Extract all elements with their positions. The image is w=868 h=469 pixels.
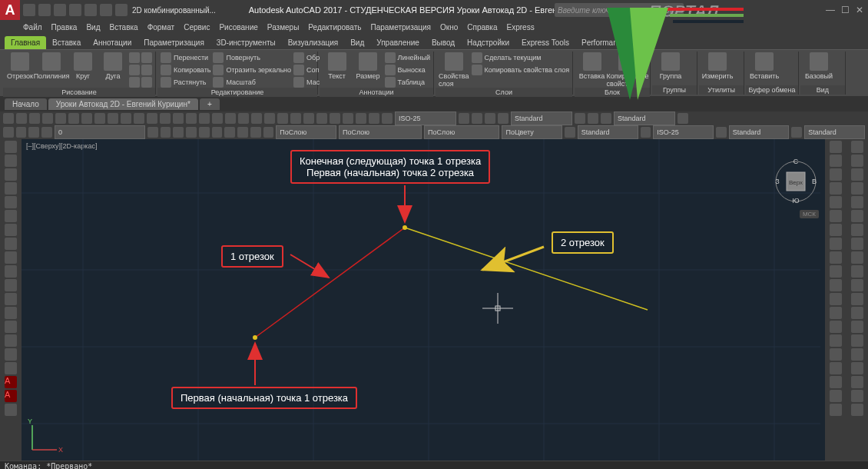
match-layer-button[interactable]: Копировать свойства слоя xyxy=(472,65,570,75)
tab-view[interactable]: Вид xyxy=(344,36,370,49)
insert-button[interactable]: Вставка xyxy=(578,52,606,80)
tool-icon[interactable] xyxy=(830,293,842,305)
tool-icon[interactable] xyxy=(290,113,301,124)
tool-icon[interactable] xyxy=(851,390,863,402)
tool-icon[interactable] xyxy=(16,127,27,138)
tab-manage[interactable]: Управление xyxy=(370,36,426,49)
tool-icon[interactable] xyxy=(851,155,863,167)
tool-icon[interactable] xyxy=(851,334,863,347)
qat-save-icon[interactable] xyxy=(54,4,66,16)
mini-icon[interactable] xyxy=(129,52,140,63)
tool-icon[interactable] xyxy=(830,390,842,402)
workspace-label[interactable]: 2D комбинированный... xyxy=(132,6,216,15)
tab-param[interactable]: Параметризация xyxy=(137,36,210,49)
mini-icon[interactable] xyxy=(129,77,140,88)
tool-icon[interactable] xyxy=(94,113,105,124)
tool-icon[interactable] xyxy=(5,321,17,333)
tool-icon[interactable] xyxy=(316,113,327,124)
layer-dropdown[interactable]: 0 xyxy=(55,125,145,139)
tool-icon[interactable] xyxy=(830,321,842,333)
lineweight-dropdown[interactable]: ПоСлою xyxy=(424,125,499,139)
tool-icon[interactable] xyxy=(575,113,585,124)
tool-icon[interactable] xyxy=(343,113,353,124)
tool-icon[interactable] xyxy=(851,182,863,195)
tool-icon[interactable] xyxy=(108,113,118,124)
tool-icon[interactable] xyxy=(28,127,39,138)
tool-icon[interactable] xyxy=(851,168,863,181)
tool-icon[interactable] xyxy=(5,404,17,416)
tool-icon[interactable] xyxy=(160,113,171,124)
tool-icon[interactable] xyxy=(830,348,842,361)
tool-icon[interactable] xyxy=(830,168,842,181)
tool-icon[interactable] xyxy=(830,334,842,347)
menu-edit[interactable]: Правка xyxy=(51,23,78,32)
tool-icon[interactable] xyxy=(851,307,863,319)
coord-sys-label[interactable]: МСК xyxy=(800,210,819,218)
tool-icon[interactable] xyxy=(238,113,249,124)
qat-open-icon[interactable] xyxy=(38,4,51,16)
tool-icon[interactable] xyxy=(5,251,17,264)
tool-icon[interactable] xyxy=(641,127,651,138)
circle-button[interactable]: Круг xyxy=(69,52,97,80)
menu-format[interactable]: Формат xyxy=(147,23,175,32)
tool-icon[interactable] xyxy=(851,293,863,305)
tab-insert[interactable]: Вставка xyxy=(46,36,87,49)
menu-view[interactable]: Вид xyxy=(86,23,100,32)
app-logo[interactable]: A xyxy=(0,0,20,20)
tool-icon[interactable] xyxy=(851,141,863,153)
tool-icon[interactable] xyxy=(565,127,575,138)
tool-icon[interactable] xyxy=(851,238,863,250)
style-dropdown-6[interactable]: Standard xyxy=(804,125,865,139)
search-input[interactable]: Введите ключевое слово/фразу xyxy=(555,3,684,17)
tool-icon[interactable] xyxy=(830,307,842,319)
tool-icon[interactable] xyxy=(830,196,842,208)
tab-3d[interactable]: 3D-инструменты xyxy=(210,36,282,49)
matchprop-button[interactable]: Копирование свойств xyxy=(608,52,647,88)
group-button[interactable]: Группа xyxy=(655,52,686,80)
tool-icon[interactable] xyxy=(147,127,158,138)
mirror-button[interactable]: Отразить зеркально xyxy=(213,65,291,75)
tool-icon[interactable] xyxy=(716,127,727,138)
menu-help[interactable]: Справка xyxy=(467,23,497,32)
base-view-button[interactable]: Базовый xyxy=(803,52,834,80)
qat-saveas-icon[interactable] xyxy=(69,4,81,16)
tool-icon[interactable] xyxy=(264,113,275,124)
menu-express[interactable]: Express xyxy=(507,23,535,32)
tool-icon[interactable] xyxy=(485,113,495,124)
dim-button[interactable]: Размер xyxy=(353,52,382,80)
tool-icon[interactable] xyxy=(830,155,842,167)
tool-icon[interactable] xyxy=(830,238,842,250)
polyline-button[interactable]: Полилиния xyxy=(36,52,67,80)
tab-addins[interactable]: Надстройки xyxy=(461,36,515,49)
style-dropdown-3[interactable]: Standard xyxy=(578,125,638,139)
tool-icon[interactable] xyxy=(5,238,17,250)
maximize-button[interactable]: ☐ xyxy=(841,5,850,15)
tool-icon[interactable] xyxy=(330,113,340,124)
tool-icon[interactable] xyxy=(68,113,79,124)
close-button[interactable]: ✕ xyxy=(856,5,863,15)
tool-icon[interactable] xyxy=(601,113,611,124)
tool-icon[interactable] xyxy=(81,113,92,124)
menu-file[interactable]: Файл xyxy=(23,23,42,32)
menu-window[interactable]: Окно xyxy=(440,23,458,32)
tool-icon[interactable] xyxy=(5,362,17,374)
tool-icon[interactable] xyxy=(251,113,262,124)
mini-icon[interactable] xyxy=(141,65,152,75)
tool-icon[interactable] xyxy=(199,113,210,124)
tool-icon[interactable] xyxy=(212,113,223,124)
text-button[interactable]: Текст xyxy=(323,52,351,80)
tab-add-button[interactable]: + xyxy=(200,98,220,110)
tool-icon[interactable] xyxy=(830,376,842,388)
tool-icon[interactable] xyxy=(5,196,17,208)
tool-icon[interactable] xyxy=(851,265,863,278)
tool-icon[interactable] xyxy=(830,182,842,195)
table-button[interactable]: Таблица xyxy=(385,77,430,88)
tool-icon[interactable] xyxy=(5,224,17,236)
tool-icon[interactable] xyxy=(851,196,863,208)
color-dropdown[interactable]: ПоСлою xyxy=(276,125,336,139)
tool-icon[interactable] xyxy=(5,334,17,347)
tool-icon[interactable] xyxy=(134,113,144,124)
tool-icon[interactable] xyxy=(5,141,17,153)
scale-button[interactable]: Масштаб xyxy=(213,77,291,88)
tool-icon[interactable] xyxy=(851,251,863,264)
